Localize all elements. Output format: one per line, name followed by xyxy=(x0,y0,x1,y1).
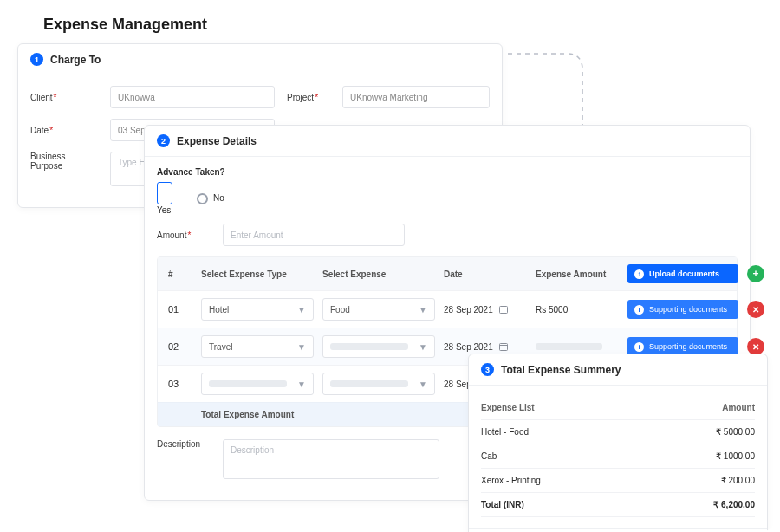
chevron-down-icon: ▼ xyxy=(297,305,306,315)
radio-yes[interactable]: Yes xyxy=(157,182,178,215)
delete-row-button[interactable]: ✕ xyxy=(747,338,764,355)
add-row-button[interactable]: + xyxy=(747,265,764,282)
svg-rect-3 xyxy=(499,344,507,351)
expense-select[interactable]: ▼ xyxy=(322,335,435,358)
amount-label: Amount xyxy=(157,230,211,240)
row-amount[interactable]: Rs 5000 xyxy=(536,305,619,315)
description-label: Description xyxy=(157,439,211,449)
date-label: Date xyxy=(30,126,98,135)
info-icon: i xyxy=(634,305,644,315)
calendar-icon xyxy=(498,341,509,352)
chevron-down-icon: ▼ xyxy=(419,305,427,315)
expense-details-header: 2 Expense Details xyxy=(145,126,750,157)
expense-details-title: Expense Details xyxy=(177,135,257,147)
expense-select[interactable]: ▼ xyxy=(322,373,435,395)
charge-to-title: Charge To xyxy=(50,54,101,66)
supporting-docs-button[interactable]: iSupporting documents xyxy=(627,300,738,319)
chevron-down-icon: ▼ xyxy=(297,380,306,389)
upload-header-pill[interactable]: ↑Upload documents xyxy=(627,264,738,283)
project-label: Project xyxy=(287,93,330,102)
summary-card: 3 Total Expense Summery Expense List Amo… xyxy=(468,354,768,532)
step-badge-3: 3 xyxy=(481,363,494,376)
purpose-label: Business Purpose xyxy=(30,152,98,171)
summary-title: Total Expense Summery xyxy=(501,364,621,376)
delete-row-button[interactable]: ✕ xyxy=(747,301,764,318)
placeholder-icon xyxy=(330,343,408,350)
placeholder-icon xyxy=(330,380,408,387)
expense-select[interactable]: Food▼ xyxy=(322,298,435,321)
summary-row: Cab₹ 1000.00 xyxy=(481,444,755,469)
summary-list-header: Expense List Amount xyxy=(481,396,755,420)
summary-row: Hotel - Food₹ 5000.00 xyxy=(481,420,755,444)
table-row: 01 Hotel▼ Food▼ 28 Sep 2021 Rs 5000 iSup… xyxy=(158,290,737,328)
radio-icon xyxy=(157,182,172,204)
page-title: Expense Management xyxy=(43,16,207,34)
expense-type-select[interactable]: Travel▼ xyxy=(201,335,314,358)
chevron-down-icon: ▼ xyxy=(419,380,427,389)
advance-label: Advance Taken? xyxy=(157,167,738,177)
chevron-down-icon: ▼ xyxy=(419,342,427,352)
calendar-icon xyxy=(498,304,509,315)
amount-input[interactable] xyxy=(223,224,405,246)
summary-row: Xerox - Printing₹ 200.00 xyxy=(481,469,755,493)
description-textarea[interactable]: Description xyxy=(223,439,439,479)
client-input[interactable]: UKnowva xyxy=(110,86,275,108)
step-badge-2: 2 xyxy=(157,134,170,147)
client-label: Client xyxy=(30,93,98,102)
summary-total-row: Total (INR)₹ 6,200.00 xyxy=(481,493,755,517)
step-badge-1: 1 xyxy=(30,53,43,66)
summary-header: 3 Total Expense Summery xyxy=(469,354,767,386)
placeholder-icon xyxy=(536,343,602,350)
upload-icon: ↑ xyxy=(634,269,644,279)
placeholder-icon xyxy=(209,380,287,387)
chevron-down-icon: ▼ xyxy=(297,342,306,352)
expense-type-select[interactable]: Hotel▼ xyxy=(201,298,314,321)
expense-type-select[interactable]: ▼ xyxy=(201,373,314,395)
charge-to-header: 1 Charge To xyxy=(18,44,502,75)
project-input[interactable]: UKnowva Marketing xyxy=(342,86,490,108)
expense-table-header: # Select Expense Type Select Expense Dat… xyxy=(158,257,737,290)
radio-icon xyxy=(197,193,208,204)
row-date[interactable]: 28 Sep 2021 xyxy=(444,341,527,352)
radio-no[interactable]: No xyxy=(197,192,224,204)
info-icon: i xyxy=(634,342,644,352)
row-date[interactable]: 28 Sep 2021 xyxy=(444,304,527,315)
svg-rect-2 xyxy=(499,307,507,314)
